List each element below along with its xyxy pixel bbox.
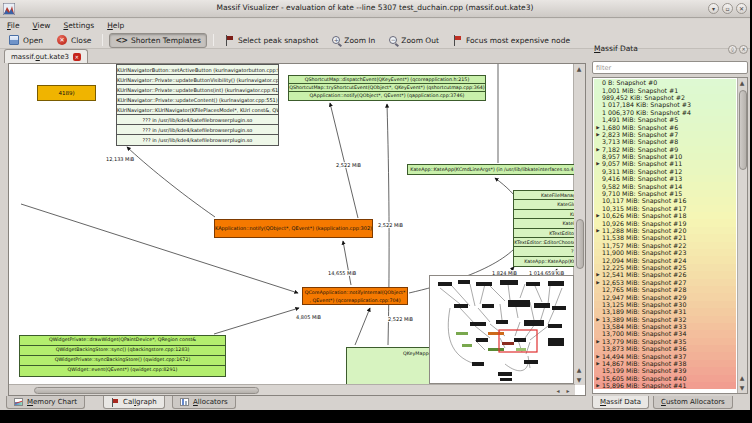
snapshot-item[interactable]: 13,873 MiB: Snapshot #36 <box>594 345 736 352</box>
expander-icon[interactable]: ▶ <box>594 213 602 218</box>
scroll-up-icon[interactable]: ▲ <box>574 366 584 373</box>
snapshot-item[interactable]: 9,311 MiB: Snapshot #12 <box>594 168 736 175</box>
callgraph-node[interactable]: KateFileManag <box>514 191 574 200</box>
callgraph-node[interactable]: QApplication::notify(QObject*, QEvent*) … <box>289 92 485 100</box>
zoom-in-button[interactable]: + Zoom In <box>327 34 380 47</box>
snapshot-item[interactable]: 11,900 MiB: Snapshot #23 <box>594 249 736 256</box>
callgraph-node[interactable]: QWidgetBackingStore::sync() (qbackingsto… <box>20 346 225 356</box>
snapshot-item[interactable]: ▶ 13,389 MiB: Snapshot #32 <box>594 316 736 323</box>
expander-icon[interactable]: ▶ <box>594 132 602 137</box>
scroll-right-icon[interactable]: ▸ <box>563 387 573 394</box>
callgraph-canvas[interactable]: 4189) KUrlNavigatorButton::setActiveButt… <box>9 64 574 384</box>
callgraph-node[interactable]: ??? in /usr/lib/kde4/katefilebrowserplug… <box>117 125 278 135</box>
snapshot-item[interactable]: 13,189 MiB: Snapshot #31 <box>594 308 736 315</box>
vertical-scrollbar[interactable]: ▲ ▲ ▼ <box>573 64 585 385</box>
snapshot-scrollbar-thumb[interactable] <box>739 90 747 170</box>
snapshot-item[interactable]: 11,538 MiB: Snapshot #21 <box>594 234 736 241</box>
snapshot-item[interactable]: 989,452 KiB: Snapshot #2 <box>594 94 736 101</box>
zoom-out-button[interactable]: − Zoom Out <box>384 34 444 47</box>
focus-expensive-node-button[interactable]: Focus most expensive node <box>448 33 575 48</box>
menu-help[interactable]: Help <box>107 21 124 30</box>
callgraph-node[interactable]: ??? in /usr/lib/kde4/katefilebrowserplug… <box>117 135 278 145</box>
dock-header[interactable]: Massif Data <box>590 44 750 58</box>
expander-icon[interactable]: ▶ <box>594 161 602 166</box>
snapshot-item[interactable]: ▶ 14,494 MiB: Snapshot #37 <box>594 352 736 359</box>
snapshot-item[interactable]: 9,710 MiB: Snapshot #15 <box>594 190 736 197</box>
snapshot-item[interactable]: 0 B: Snapshot #0 <box>594 79 736 86</box>
menu-file[interactable]: File <box>7 21 20 30</box>
minimap-overview[interactable] <box>429 275 574 384</box>
snapshot-item[interactable]: ▶ 10,626 MiB: Snapshot #18 <box>594 212 736 219</box>
snapshot-item[interactable]: ▶ 12,653 MiB: Snapshot #27 <box>594 279 736 286</box>
snapshot-scrollbar[interactable]: ▲ ▲ ▼ <box>737 78 747 393</box>
callgraph-node[interactable]: ?? <box>514 247 574 256</box>
snapshot-item[interactable]: ▶ 7,182 MiB: Snapshot #9 <box>594 146 736 153</box>
snapshot-item[interactable]: ▶ 15,896 MiB: Snapshot #41 <box>594 382 736 389</box>
scroll-up-icon[interactable]: ▲ <box>737 374 747 381</box>
snapshot-item[interactable]: ▶ 14,867 MiB: Snapshot #38 <box>594 360 736 367</box>
callgraph-node[interactable]: KUrlNavigator::Private::updateButtons(in… <box>117 85 278 95</box>
callgraph-node-kateapp[interactable]: KateApp::KateApp(KCmdLineArgs*) (in /usr… <box>407 164 574 175</box>
expander-icon[interactable]: ▶ <box>594 317 602 322</box>
snapshot-item[interactable]: 12,225 MiB: Snapshot #25 <box>594 264 736 271</box>
snapshot-item[interactable]: 10,315 MiB: Snapshot #17 <box>594 205 736 212</box>
callgraph-node[interactable]: KateApp::KateApp(KC <box>514 257 574 266</box>
snapshot-item[interactable]: 1 006,370 KiB: Snapshot #4 <box>594 109 736 116</box>
tab-massif-data[interactable]: Massif Data <box>592 396 649 409</box>
callgraph-node[interactable]: KTextEditor <box>514 229 574 238</box>
minimize-icon[interactable] <box>708 3 719 14</box>
tab-close-icon[interactable] <box>73 53 81 61</box>
snapshot-item[interactable]: 12,765 MiB: Snapshot #28 <box>594 286 736 293</box>
callgraph-node[interactable]: QWidgetPrivate::syncBackingStore() (qwid… <box>20 356 225 366</box>
snapshot-item[interactable]: 13,700 MiB: Snapshot #34 <box>594 330 736 337</box>
expander-icon[interactable]: ▶ <box>594 361 602 366</box>
tab-allocators[interactable]: Allocators <box>172 396 236 409</box>
callgraph-node[interactable]: KUrlNavigatorButton::setActiveButton (ku… <box>117 65 278 75</box>
callgraph-node[interactable]: KUrlNavigator::KUrlNavigator(KFilePlaces… <box>117 105 278 115</box>
expander-icon[interactable]: ▶ <box>594 383 602 388</box>
callgraph-node-qcoreapplication[interactable]: QCoreApplication::notifyInternal(QObject… <box>302 287 408 305</box>
select-peak-snapshot-button[interactable]: Select peak snapshot <box>220 33 323 48</box>
snapshot-item[interactable]: ▶ 15,605 MiB: Snapshot #40 <box>594 375 736 382</box>
callgraph-node[interactable]: QWidgetPrivate::drawWidget(QPaintDevice*… <box>20 336 225 346</box>
snapshot-item[interactable]: 9,416 MiB: Snapshot #13 <box>594 175 736 182</box>
close-button[interactable]: Close <box>52 33 96 47</box>
expander-icon[interactable]: ▶ <box>594 376 602 381</box>
callgraph-node[interactable]: Ka <box>514 210 574 219</box>
scroll-down-icon[interactable]: ▼ <box>737 384 747 391</box>
tab-custom-allocators[interactable]: Custom Allocators <box>653 396 733 409</box>
shorten-templates-button[interactable]: <> Shorten Templates <box>109 33 206 48</box>
snapshot-item[interactable]: 10,926 MiB: Snapshot #19 <box>594 219 736 226</box>
tab-callgraph[interactable]: Callgraph <box>103 396 165 409</box>
snapshot-list[interactable]: 0 B: Snapshot #0 1,001 MiB: Snapshot #1 … <box>594 79 736 392</box>
callgraph-node[interactable]: QShortcutMap::dispatchEvent(QKeyEvent*) … <box>289 76 485 84</box>
scroll-up-icon[interactable]: ▲ <box>574 65 584 72</box>
snapshot-item[interactable]: 1 017,184 KiB: Snapshot #3 <box>594 101 736 108</box>
snapshot-item[interactable]: 11,757 MiB: Snapshot #22 <box>594 242 736 249</box>
expander-icon[interactable]: ▶ <box>594 228 602 233</box>
expander-icon[interactable]: ▶ <box>594 339 602 344</box>
callgraph-node[interactable]: ??? in /usr/lib/kde4/katefilebrowserplug… <box>117 115 278 125</box>
menu-view[interactable]: View <box>33 21 51 30</box>
maximize-icon[interactable] <box>722 3 733 14</box>
callgraph-node[interactable]: QShortcutMap::tryShortcutEvent(QObject*,… <box>289 84 485 92</box>
callgraph-node[interactable]: KUrlNavigator::Private::updateContent() … <box>117 95 278 105</box>
horizontal-scrollbar-thumb[interactable] <box>34 387 259 394</box>
snapshot-item[interactable]: ▶ 9,057 MiB: Snapshot #11 <box>594 160 736 167</box>
snapshot-item[interactable]: ▶ 12,541 MiB: Snapshot #26 <box>594 271 736 278</box>
close-window-icon[interactable] <box>736 3 747 14</box>
snapshot-item[interactable]: 1,001 MiB: Snapshot #1 <box>594 86 736 93</box>
dock-close-icon[interactable] <box>739 45 748 54</box>
snapshot-item[interactable]: 13,584 MiB: Snapshot #33 <box>594 323 736 330</box>
snapshot-item[interactable]: ▶ 1,680 MiB: Snapshot #6 <box>594 123 736 130</box>
expander-icon[interactable]: ▶ <box>594 272 602 277</box>
scroll-up-icon[interactable]: ▲ <box>737 79 747 86</box>
snapshot-item[interactable]: 9,582 MiB: Snapshot #14 <box>594 182 736 189</box>
callgraph-node[interactable]: KateGlo <box>514 200 574 209</box>
menu-settings[interactable]: Settings <box>63 21 94 30</box>
expander-icon[interactable]: ▶ <box>594 125 602 130</box>
callgraph-node-clipped[interactable]: 4189) <box>37 85 96 101</box>
callgraph-node[interactable]: KTextEditor::EditorChoose <box>514 238 574 247</box>
expander-icon[interactable]: ▶ <box>594 354 602 359</box>
snapshot-item[interactable]: ▶ 2,823 MiB: Snapshot #7 <box>594 131 736 138</box>
